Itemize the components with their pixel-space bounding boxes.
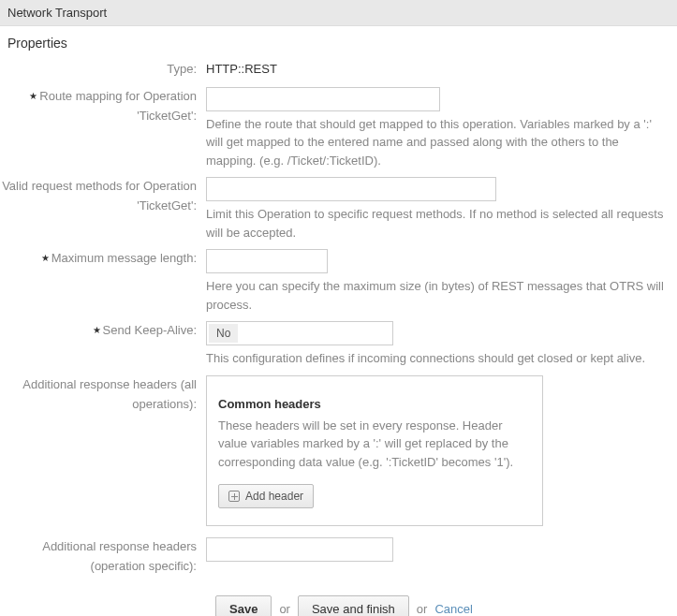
- route-help: Define the route that should get mapped …: [206, 115, 668, 170]
- methods-help: Limit this Operation to specific request…: [206, 205, 668, 242]
- cancel-link[interactable]: Cancel: [434, 602, 472, 616]
- route-input[interactable]: [206, 87, 440, 111]
- row-headers-op: Additional response headers (operation s…: [0, 537, 677, 577]
- maxlen-label: Maximum message length:: [52, 251, 197, 265]
- common-headers-box: Common headers These headers will be set…: [206, 375, 543, 527]
- row-keepalive: ★Send Keep-Alive: No This configuration …: [0, 321, 677, 368]
- common-headers-desc: These headers will be set in every respo…: [218, 417, 531, 472]
- headers-op-input[interactable]: [206, 537, 393, 562]
- star-icon: ★: [41, 253, 50, 263]
- row-maxlen: ★Maximum message length: Here you can sp…: [0, 249, 677, 314]
- common-headers-title: Common headers: [218, 397, 531, 411]
- row-headers-all: Additional response headers (all operati…: [0, 375, 677, 527]
- section-title: Properties: [0, 26, 677, 60]
- actions-row: Save or Save and finish or Cancel: [215, 584, 677, 616]
- keepalive-help: This configuration defines if incoming c…: [206, 349, 668, 368]
- or-text: or: [417, 602, 428, 616]
- plus-icon: [228, 491, 240, 502]
- headers-all-label: Additional response headers (all operati…: [0, 375, 206, 415]
- star-icon: ★: [93, 325, 101, 335]
- save-button[interactable]: Save: [215, 595, 272, 616]
- row-methods: Valid request methods for Operation 'Tic…: [0, 177, 677, 242]
- add-header-label: Add header: [245, 490, 303, 503]
- row-type: Type: HTTP::REST: [0, 60, 677, 80]
- save-finish-button[interactable]: Save and finish: [298, 595, 409, 616]
- maxlen-help: Here you can specify the maximum size (i…: [206, 277, 668, 314]
- methods-label: Valid request methods for Operation 'Tic…: [0, 177, 206, 216]
- row-route: ★Route mapping for Operation 'TicketGet'…: [0, 87, 677, 170]
- keepalive-value: No: [209, 324, 238, 343]
- route-label: Route mapping for Operation 'TicketGet':: [39, 89, 197, 123]
- type-label: Type:: [0, 60, 206, 80]
- header-bar: Network Transport: [0, 0, 677, 26]
- or-text: or: [279, 602, 290, 616]
- star-icon: ★: [29, 91, 37, 101]
- add-header-button[interactable]: Add header: [218, 484, 314, 508]
- headers-op-label: Additional response headers (operation s…: [0, 537, 206, 577]
- keepalive-label: Send Keep-Alive:: [103, 323, 197, 337]
- type-value: HTTP::REST: [206, 60, 668, 76]
- keepalive-select[interactable]: No: [206, 321, 393, 345]
- maxlen-input[interactable]: [206, 249, 328, 273]
- header-title: Network Transport: [7, 6, 107, 20]
- methods-input[interactable]: [206, 177, 496, 201]
